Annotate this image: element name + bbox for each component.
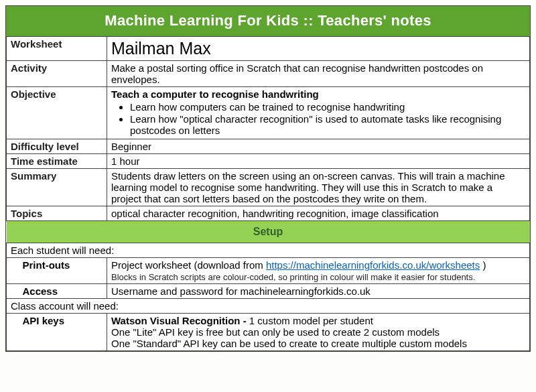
details-table: Worksheet Mailman Max Activity Make a po… xyxy=(6,36,530,243)
indent-cell xyxy=(7,258,19,284)
time-value: 1 hour xyxy=(107,154,530,169)
api-head: Watson Visual Recognition - xyxy=(111,315,249,326)
time-label: Time estimate xyxy=(7,154,107,169)
printouts-note: Blocks in Scratch scripts are colour-cod… xyxy=(111,272,475,282)
class-lead: Class account will need: xyxy=(7,299,530,314)
student-lead: Each student will need: xyxy=(7,243,530,258)
printouts-label: Print-outs xyxy=(19,258,107,284)
topics-label: Topics xyxy=(7,206,107,221)
indent-cell xyxy=(7,284,19,299)
api-line3: One "Standard" API key can be used to cr… xyxy=(111,338,467,349)
summary-value: Students draw letters on the screen usin… xyxy=(107,169,530,206)
difficulty-label: Difficulty level xyxy=(7,139,107,154)
worksheets-link[interactable]: https://machinelearningforkids.co.uk/wor… xyxy=(266,259,480,271)
worksheet-label: Worksheet xyxy=(7,37,107,61)
api-label: API keys xyxy=(19,314,107,351)
topics-value: optical character recognition, handwriti… xyxy=(107,206,530,221)
printouts-value: Project worksheet (download from https:/… xyxy=(107,258,530,284)
printouts-text-a: Project worksheet (download from xyxy=(111,259,266,271)
objective-value: Teach a computer to recognise handwritin… xyxy=(107,87,530,139)
objective-label: Objective xyxy=(7,87,107,139)
difficulty-value: Beginner xyxy=(107,139,530,154)
summary-label: Summary xyxy=(7,169,107,206)
api-line2: One "Lite" API key is free but can only … xyxy=(111,326,440,338)
activity-value: Make a postal sorting office in Scratch … xyxy=(107,61,530,87)
document-frame: Machine Learning For Kids :: Teachers' n… xyxy=(5,5,531,352)
printouts-text-b: ) xyxy=(480,259,486,271)
access-value: Username and password for machinelearnin… xyxy=(107,284,530,299)
worksheet-value: Mailman Max xyxy=(107,37,530,61)
objective-bullet: Learn how computers can be trained to re… xyxy=(130,101,525,113)
setup-heading: Setup xyxy=(7,221,530,243)
activity-label: Activity xyxy=(7,61,107,87)
indent-cell xyxy=(7,314,19,351)
setup-table: Each student will need: Print-outs Proje… xyxy=(6,243,530,351)
api-head-tail: 1 custom model per student xyxy=(249,315,373,326)
objective-list: Learn how computers can be trained to re… xyxy=(111,101,525,136)
access-label: Access xyxy=(19,284,107,299)
objective-heading: Teach a computer to recognise handwritin… xyxy=(111,88,319,100)
page-title: Machine Learning For Kids :: Teachers' n… xyxy=(6,6,530,36)
objective-bullet: Learn how "optical character recognition… xyxy=(130,113,525,136)
api-value: Watson Visual Recognition - 1 custom mod… xyxy=(107,314,530,351)
